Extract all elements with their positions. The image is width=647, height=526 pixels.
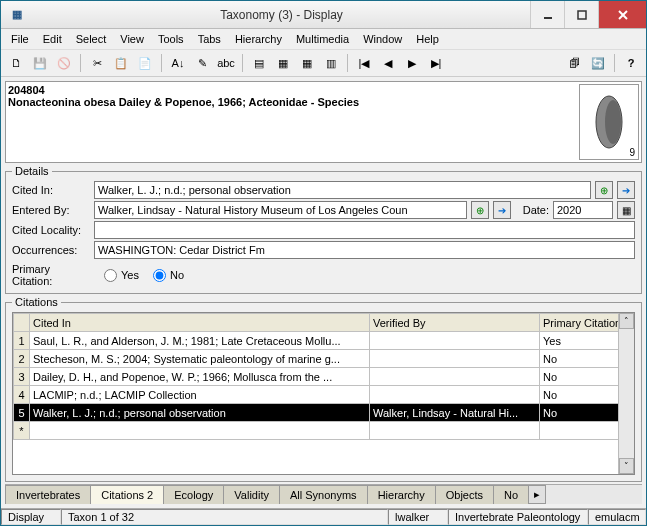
citations-table: Cited In Verified By Primary Citation 1S…	[13, 313, 634, 440]
menu-view[interactable]: View	[114, 31, 150, 47]
last-icon[interactable]: ▶|	[425, 52, 447, 74]
menu-window[interactable]: Window	[357, 31, 408, 47]
entered-by-link-icon[interactable]: ➔	[493, 201, 511, 219]
table-row[interactable]: 3Dailey, D. H., and Popenoe, W. P.; 1966…	[14, 368, 634, 386]
date-label: Date:	[523, 204, 549, 216]
window-title: Taxonomy (3) - Display	[33, 8, 530, 22]
status-db: emulacm	[588, 509, 646, 525]
menu-help[interactable]: Help	[410, 31, 445, 47]
cited-in-add-icon[interactable]: ⊕	[595, 181, 613, 199]
menu-tabs[interactable]: Tabs	[192, 31, 227, 47]
record-title: Nonacteonina obesa Dailey & Popenoe, 196…	[8, 96, 575, 108]
tab-more[interactable]: No	[493, 485, 529, 504]
copy-icon[interactable]: 📋	[110, 52, 132, 74]
close-button[interactable]	[598, 1, 646, 28]
prev-icon[interactable]: ◀	[377, 52, 399, 74]
scroll-down-icon[interactable]: ˅	[619, 458, 634, 474]
cited-in-link-icon[interactable]: ➔	[617, 181, 635, 199]
entered-by-add-icon[interactable]: ⊕	[471, 201, 489, 219]
table-row[interactable]: 1Saul, L. R., and Alderson, J. M.; 1981;…	[14, 332, 634, 350]
occurrences-label: Occurrences:	[12, 244, 90, 256]
tab-strip: Invertebrates Citations 2 Ecology Validi…	[5, 484, 642, 504]
svg-rect-1	[578, 11, 586, 19]
scrollbar[interactable]: ˄ ˅	[618, 313, 634, 474]
menu-hierarchy[interactable]: Hierarchy	[229, 31, 288, 47]
table-row-new[interactable]: *	[14, 422, 634, 440]
tab-scroll-right-icon[interactable]: ▸	[528, 485, 546, 504]
row-header-blank[interactable]	[14, 314, 30, 332]
refresh-icon[interactable]: 🔄	[587, 52, 609, 74]
save-icon[interactable]: 💾	[29, 52, 51, 74]
record-header: 204804 Nonacteonina obesa Dailey & Popen…	[5, 81, 642, 163]
table-row[interactable]: 5Walker, L. J.; n.d.; personal observati…	[14, 404, 634, 422]
status-user: lwalker	[388, 509, 448, 525]
record-id: 204804	[8, 84, 575, 96]
menu-edit[interactable]: Edit	[37, 31, 68, 47]
tab-validity[interactable]: Validity	[223, 485, 280, 504]
app-icon: ▦	[5, 3, 29, 27]
forbid-icon[interactable]: 🚫	[53, 52, 75, 74]
table-row[interactable]: 2Stecheson, M. S.; 2004; Systematic pale…	[14, 350, 634, 368]
table-row[interactable]: 4LACMIP; n.d.; LACMIP CollectionNo	[14, 386, 634, 404]
thumb-number: 9	[629, 147, 635, 158]
col-cited-in[interactable]: Cited In	[30, 314, 370, 332]
details-group: Details Cited In: ⊕ ➔ Entered By: ⊕ ➔ Da…	[5, 165, 642, 294]
status-count: Taxon 1 of 32	[61, 509, 388, 525]
tab-invertebrates[interactable]: Invertebrates	[5, 485, 91, 504]
toolbar: 🗋 💾 🚫 ✂ 📋 📄 A↓ ✎ abc ▤ ▦ ▦ ▥ |◀ ◀ ▶ ▶| 🗐…	[1, 50, 646, 77]
help-icon[interactable]: ?	[620, 52, 642, 74]
tab-hierarchy[interactable]: Hierarchy	[367, 485, 436, 504]
menu-file[interactable]: File	[5, 31, 35, 47]
cited-in-label: Cited In:	[12, 184, 90, 196]
calendar-icon[interactable]: ▦	[617, 201, 635, 219]
entered-by-field[interactable]	[94, 201, 467, 219]
scroll-up-icon[interactable]: ˄	[619, 313, 634, 329]
entered-by-label: Entered By:	[12, 204, 90, 216]
menu-select[interactable]: Select	[70, 31, 113, 47]
date-field[interactable]	[553, 201, 613, 219]
tab-ecology[interactable]: Ecology	[163, 485, 224, 504]
citations-legend: Citations	[12, 296, 61, 308]
primary-citation-label: Primary Citation:	[12, 263, 90, 287]
status-dept: Invertebrate Paleontology	[448, 509, 588, 525]
cited-locality-field[interactable]	[94, 221, 635, 239]
menu-multimedia[interactable]: Multimedia	[290, 31, 355, 47]
thumbnail[interactable]: 9	[579, 84, 639, 160]
tab-objects[interactable]: Objects	[435, 485, 494, 504]
tab-all-synonyms[interactable]: All Synonyms	[279, 485, 368, 504]
cut-icon[interactable]: ✂	[86, 52, 108, 74]
minimize-button[interactable]	[530, 1, 564, 28]
cited-in-field[interactable]	[94, 181, 591, 199]
spellcheck-icon[interactable]: abc	[215, 52, 237, 74]
status-bar: Display Taxon 1 of 32 lwalker Invertebra…	[1, 508, 646, 525]
cited-locality-label: Cited Locality:	[12, 224, 90, 236]
new-icon[interactable]: 🗋	[5, 52, 27, 74]
primary-no-radio[interactable]	[153, 269, 166, 282]
menu-tools[interactable]: Tools	[152, 31, 190, 47]
list-icon[interactable]: ▦	[272, 52, 294, 74]
sort-icon[interactable]: A↓	[167, 52, 189, 74]
menu-bar: File Edit Select View Tools Tabs Hierarc…	[1, 29, 646, 50]
attach-icon[interactable]: 🗐	[563, 52, 585, 74]
paste-icon[interactable]: 📄	[134, 52, 156, 74]
next-icon[interactable]: ▶	[401, 52, 423, 74]
status-mode: Display	[1, 509, 61, 525]
citations-group: Citations Cited In Verified By Primary C…	[5, 296, 642, 482]
svg-point-5	[605, 100, 621, 144]
primary-yes-radio[interactable]	[104, 269, 117, 282]
form-icon[interactable]: ▤	[248, 52, 270, 74]
first-icon[interactable]: |◀	[353, 52, 375, 74]
details-legend: Details	[12, 165, 52, 177]
col-verified-by[interactable]: Verified By	[370, 314, 540, 332]
grid-icon[interactable]: ▦	[296, 52, 318, 74]
maximize-button[interactable]	[564, 1, 598, 28]
edit-icon[interactable]: ✎	[191, 52, 213, 74]
page-icon[interactable]: ▥	[320, 52, 342, 74]
tab-citations[interactable]: Citations 2	[90, 485, 164, 504]
occurrences-field[interactable]	[94, 241, 635, 259]
